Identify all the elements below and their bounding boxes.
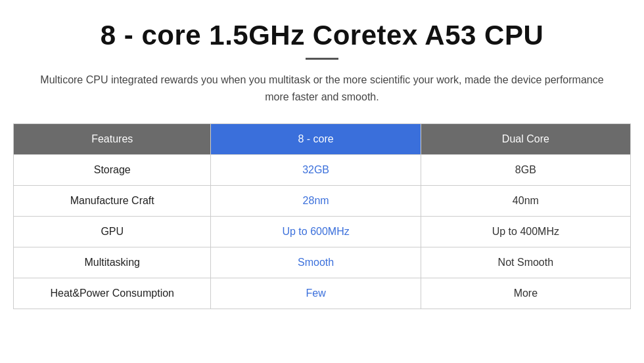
row-value-8core: Smooth (211, 247, 421, 278)
row-value-8core: 28nm (211, 186, 421, 217)
header-features: Features (14, 124, 211, 155)
table-row: GPUUp to 600MHzUp to 400MHz (14, 217, 631, 247)
row-value-dualcore: 40nm (421, 186, 630, 217)
row-value-8core: 32GB (211, 155, 421, 186)
table-row: Storage32GB8GB (14, 155, 631, 186)
row-value-dualcore: Not Smooth (421, 247, 630, 278)
row-value-dualcore: Up to 400MHz (421, 217, 630, 247)
table-row: Heat&Power ConsumptionFewMore (14, 278, 631, 309)
header-dualcore: Dual Core (421, 124, 630, 155)
table-row: Manufacture Craft28nm40nm (14, 186, 631, 217)
header-8core: 8 - core (211, 124, 421, 155)
page-title: 8 - core 1.5GHz Coretex A53 CPU (101, 20, 544, 51)
comparison-table: Features 8 - core Dual Core Storage32GB8… (13, 123, 631, 309)
row-value-8core: Up to 600MHz (211, 217, 421, 247)
table-row: MultitaskingSmoothNot Smooth (14, 247, 631, 278)
title-divider (306, 58, 338, 60)
row-value-dualcore: 8GB (421, 155, 630, 186)
row-label: GPU (14, 217, 211, 247)
row-label: Multitasking (14, 247, 211, 278)
row-label: Heat&Power Consumption (14, 278, 211, 309)
row-label: Manufacture Craft (14, 186, 211, 217)
page-subtitle: Multicore CPU integrated rewards you whe… (36, 72, 608, 105)
row-value-dualcore: More (421, 278, 630, 309)
row-label: Storage (14, 155, 211, 186)
table-header-row: Features 8 - core Dual Core (14, 124, 631, 155)
row-value-8core: Few (211, 278, 421, 309)
